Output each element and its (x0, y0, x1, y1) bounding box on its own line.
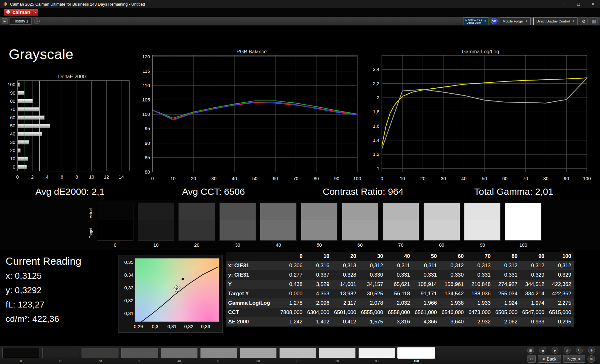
meter-select[interactable]: X-Rite i1Pro 3 Direct View ▼ (463, 17, 488, 25)
swatch-actual-patch (220, 203, 256, 220)
table-cell: 34,157 (359, 280, 386, 289)
patch-level-label: 90 (358, 359, 395, 363)
table-cell: 0,331 (467, 270, 494, 280)
pattern-patch-70[interactable] (279, 348, 316, 358)
grayscale-swatch-60 (342, 203, 378, 241)
capture-icon[interactable]: ▣ (527, 347, 534, 354)
table-cell: 0,312 (548, 261, 574, 270)
table-cell: 274,927 (494, 280, 521, 289)
back-label: Back (547, 357, 556, 362)
table-cell: 0,330 (359, 270, 386, 280)
table-row-label: Y (226, 280, 279, 289)
table-cell: 0,438 (279, 280, 306, 289)
pattern-window-button[interactable]: □ (528, 355, 536, 363)
target-icon[interactable]: ◎ (564, 347, 571, 354)
history-panel-button[interactable]: ▶ (2, 18, 8, 24)
deltae-x-tick: 10 (89, 174, 94, 180)
patch-level-label: 50 (200, 359, 237, 363)
table-cell: 2,117 (332, 298, 359, 308)
swatch-actual-patch (260, 203, 296, 220)
page-advance-button[interactable]: ⊕ (588, 355, 595, 363)
grayscale-swatch-0 (97, 203, 133, 241)
calman-menu-button[interactable]: calman ▾ (4, 9, 38, 16)
table-cell: 188,036 (467, 289, 494, 298)
table-row: x: CIE310,3060,3160,3130,3120,3110,3110,… (226, 261, 574, 270)
deltae-level-label: 0 (13, 164, 15, 170)
swatch-actual-patch (505, 203, 541, 220)
swatch-target-patch (301, 220, 337, 240)
swatch-level-label: 100 (505, 242, 542, 248)
table-cell: 1,924 (494, 298, 521, 308)
table-cell: 156,961 (440, 280, 467, 289)
gamma-svg-x-tick: 0 (381, 176, 383, 181)
table-cell: 2,032 (386, 298, 413, 308)
table-col-header: 50 (413, 252, 440, 261)
maximize-button[interactable]: □ (571, 0, 586, 8)
pattern-patch-40[interactable] (161, 348, 198, 358)
table-cell: 3,316 (386, 317, 413, 327)
swatch-level-label: 40 (260, 242, 297, 248)
table-cell: 91,171 (413, 289, 440, 298)
rgb-svg-y-tick: 95 (145, 126, 150, 131)
history-nav-button[interactable]: → (34, 18, 40, 24)
gamma-svg-y-tick: 2,2 (373, 81, 379, 86)
deltae-bar-40 (18, 132, 42, 136)
table-row-label: Target Y (226, 289, 279, 298)
gamma-svg-y-tick: 1,4 (373, 137, 379, 143)
play-icon[interactable]: ▶ (552, 347, 558, 354)
table-cell: 0,311 (386, 261, 413, 270)
display-control-select[interactable]: Direct Display Control ▼ (533, 17, 578, 25)
swatch-actual-patch (179, 203, 215, 220)
stop-icon[interactable]: ◼ (539, 347, 546, 354)
swatch-level-label: 90 (464, 242, 501, 248)
deltae-bar-90 (18, 91, 24, 95)
rgb-svg-y-tick: 100 (142, 111, 150, 117)
pattern-patch-30[interactable] (121, 348, 158, 358)
table-cell: 0,312 (440, 261, 467, 270)
settings-icon[interactable]: ⚙ (588, 347, 595, 354)
app-logo-icon (3, 2, 8, 6)
grayscale-swatch-10 (138, 203, 174, 241)
tab-history-1[interactable]: History 1 (10, 18, 32, 25)
pattern-patch-50[interactable] (200, 348, 237, 358)
settings-gear-button[interactable]: ⚙ (580, 17, 588, 25)
pattern-patch-20[interactable] (82, 348, 118, 358)
table-cell: 1,402 (306, 317, 332, 327)
pattern-patch-0[interactable] (2, 348, 39, 358)
table-cell: 6555,000 (359, 308, 386, 317)
source-select[interactable]: Mobile Forge ▼ (500, 17, 531, 25)
grayscale-swatch-30 (219, 203, 256, 241)
swatch-actual-patch (97, 203, 133, 220)
pattern-patch-100[interactable] (398, 348, 435, 358)
table-cell: 0,306 (279, 261, 306, 270)
table-cell: 0,337 (306, 270, 332, 280)
table-cell: 1,242 (279, 317, 306, 327)
close-button[interactable]: × (586, 0, 600, 8)
deltae-level-label: 100 (8, 82, 15, 87)
calman-diamond-icon (6, 10, 11, 16)
pattern-patch-80[interactable] (319, 348, 356, 358)
minimize-button[interactable]: − (557, 0, 571, 8)
swatch-actual-patch (383, 203, 419, 220)
pattern-patch-10[interactable] (42, 348, 79, 358)
deltae-x-tick: 2 (31, 174, 33, 180)
back-icon: ◀ (542, 357, 545, 361)
current-reading-cd: cd/m²: 422,36 (6, 314, 59, 324)
table-row: Target Y0,0004,36313,98230,52556,11891,1… (226, 289, 574, 298)
history-tab-label: History 1 (13, 19, 28, 23)
swatch-target-patch (97, 220, 133, 240)
table-cell: 1,933 (467, 298, 494, 308)
layout-panel-button[interactable]: ▥ (590, 17, 598, 25)
next-button[interactable]: Next ▶ (563, 355, 586, 363)
swatch-level-label: 0 (97, 242, 133, 248)
table-cell: 13,982 (332, 289, 359, 298)
swatch-level-label: 10 (138, 242, 174, 248)
cie-chart-panel: 0,290,30,310,320,330,350,340,330,320,31 (118, 255, 223, 333)
rgb-svg-x-tick: 40 (232, 176, 237, 181)
patch-level-label: 30 (121, 359, 158, 363)
back-button[interactable]: ◀ Back (538, 355, 561, 363)
pattern-patch-90[interactable] (358, 348, 395, 358)
refresh-icon[interactable]: ↻ (576, 347, 583, 354)
table-row-label: x: CIE31 (226, 261, 279, 270)
pattern-patch-60[interactable] (240, 348, 277, 358)
